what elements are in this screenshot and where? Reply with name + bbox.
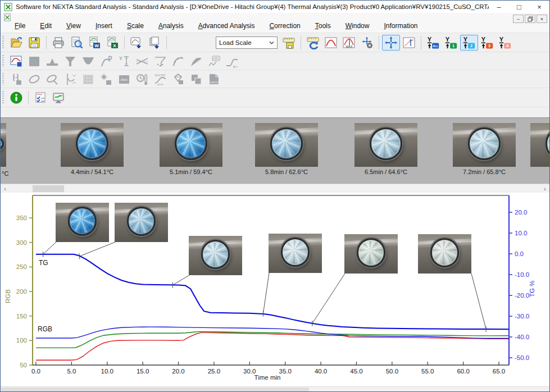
print-preview-icon (70, 36, 83, 49)
sample-photo (115, 203, 168, 242)
peak-search-icon: MAX (342, 36, 356, 49)
dma-analysis-icon: DMA (117, 72, 131, 86)
crucible-pan (68, 207, 97, 236)
sun-transform-icon (99, 72, 113, 86)
pan-mode-icon (384, 36, 398, 49)
live-monitor-button[interactable] (49, 90, 67, 106)
report-checklist-button[interactable] (31, 90, 49, 106)
slope-lines-icon (135, 54, 149, 68)
save-scale-icon (282, 36, 296, 49)
restore-scale-button[interactable] (304, 35, 322, 51)
save-file-button[interactable] (25, 35, 43, 51)
film-frame[interactable]: 6.5min / 64.6°C (354, 123, 417, 175)
crucible-pan (175, 127, 207, 160)
svg-text:20.0: 20.0 (515, 209, 527, 216)
film-frame[interactable]: 4.4min / 54.1°C (61, 123, 124, 175)
mdi-minimize-button[interactable]: – (513, 15, 524, 23)
display-settings-icon (10, 54, 23, 68)
filmstrip-scrollbar[interactable]: ‹ › (1, 184, 549, 193)
crucible-pan (76, 127, 108, 160)
menu-correction[interactable]: Correction (262, 20, 307, 33)
toolbar-separator (28, 91, 29, 104)
export-excel-button[interactable]: X (103, 35, 121, 51)
filmstrip-scroll-thumb[interactable] (33, 185, 64, 192)
svg-text:-40.0: -40.0 (515, 334, 529, 340)
menu-view[interactable]: View (59, 20, 88, 33)
peak-area-icon (63, 54, 77, 68)
export-all-images-button[interactable] (146, 35, 163, 51)
chart-inset-photo (269, 234, 322, 273)
film-frame[interactable]: 7.2min / 65.8°C (453, 123, 516, 175)
menu-file[interactable]: File (7, 20, 33, 33)
load-scale-dropdown[interactable]: Load Scale (216, 37, 278, 49)
film-frame[interactable]: 5.1min / 59.4°C (160, 123, 222, 175)
inset-leader-line (312, 274, 345, 323)
scroll-right-arrow[interactable]: › (540, 184, 549, 193)
crucible-pan (357, 238, 386, 267)
save-scale-button[interactable] (280, 35, 298, 51)
chart-scrollbar[interactable] (1, 386, 549, 392)
menu-scale[interactable]: Scale (120, 20, 151, 33)
axis-settings-button[interactable] (358, 35, 376, 51)
film-frame-label: 6.5min / 64.6°C (354, 168, 417, 175)
svg-text:Y: Y (499, 36, 504, 43)
peak-search-button[interactable]: MAX (340, 35, 358, 51)
chart-area[interactable]: 5010015020025030035020.010.00.0-10.0-20.… (1, 193, 549, 386)
y-axis-4-button[interactable]: Y4 (496, 35, 514, 51)
export-graph-image-button[interactable] (128, 35, 146, 51)
chart-scroll-thumb[interactable] (1, 388, 309, 392)
svg-text:Time min: Time min (254, 374, 281, 381)
open-file-button[interactable] (7, 35, 25, 51)
display-settings-button[interactable] (7, 53, 25, 69)
pan-mode-button[interactable] (382, 35, 400, 51)
scroll-left-arrow[interactable]: ‹ (1, 184, 10, 193)
menu-tools[interactable]: Tools (308, 20, 338, 33)
svg-text:200: 200 (16, 288, 27, 295)
curve-marker-icon (171, 54, 185, 68)
y-range-measure-button: Y (115, 53, 133, 69)
mdi-close-button[interactable]: × (537, 15, 547, 23)
menu-insert[interactable]: Insert (88, 20, 120, 33)
mdi-restore-button[interactable] (525, 15, 535, 23)
film-frame-label: 7.2min / 65.8°C (453, 168, 516, 175)
oval-select-icon (28, 72, 41, 86)
scale-axis-button[interactable] (400, 35, 418, 51)
y-axis-1-button[interactable]: Y1 (442, 35, 460, 51)
y-axis-3-button[interactable]: Y3 (478, 35, 496, 51)
curve-view-button[interactable] (322, 35, 340, 51)
close-button[interactable]: × (529, 1, 549, 13)
inset-leader-line (79, 242, 115, 256)
svg-text:20.0: 20.0 (172, 368, 184, 375)
y-axis-2-button[interactable]: Y2 (460, 35, 478, 51)
menu-information[interactable]: Information (376, 20, 425, 33)
svg-text:Y: Y (463, 36, 468, 43)
menu-advanced-analysis[interactable]: Advanced Analysis (191, 20, 262, 33)
curve-view-icon (324, 36, 338, 49)
restore-icon (528, 16, 533, 22)
film-frame-label: 5.1min / 59.4°C (160, 168, 222, 175)
y-axis-4-icon: Y4 (498, 36, 512, 49)
maximize-button[interactable]: □ (509, 1, 529, 13)
sample-photo (418, 234, 471, 274)
curve-marker-button (169, 53, 187, 69)
menu-edit[interactable]: Edit (33, 20, 59, 33)
svg-text:100: 100 (16, 337, 27, 344)
print-preview-button[interactable] (67, 35, 85, 51)
export-word-button[interactable]: W (85, 35, 103, 51)
information-button[interactable] (7, 90, 25, 106)
copy-overlay-button (187, 71, 205, 87)
svg-text:MAX: MAX (346, 45, 353, 48)
film-frame[interactable]: 5.8min / 62.6°C (255, 123, 318, 175)
axis-settings-icon (360, 36, 374, 49)
menu-window[interactable]: Window (338, 20, 377, 33)
menu-analysis[interactable]: Analysis (151, 20, 191, 33)
film-frame-partial-right[interactable] (530, 123, 550, 167)
crucible-pan (546, 127, 550, 160)
crucible-pan (281, 238, 310, 267)
y-axis-all-button[interactable]: YALL (424, 35, 442, 51)
sample-photo (344, 234, 398, 274)
minimize-button[interactable]: – (489, 1, 509, 13)
print-button[interactable] (49, 35, 67, 51)
film-frame-partial-left[interactable] (1, 123, 6, 167)
sample-photo (453, 123, 516, 167)
